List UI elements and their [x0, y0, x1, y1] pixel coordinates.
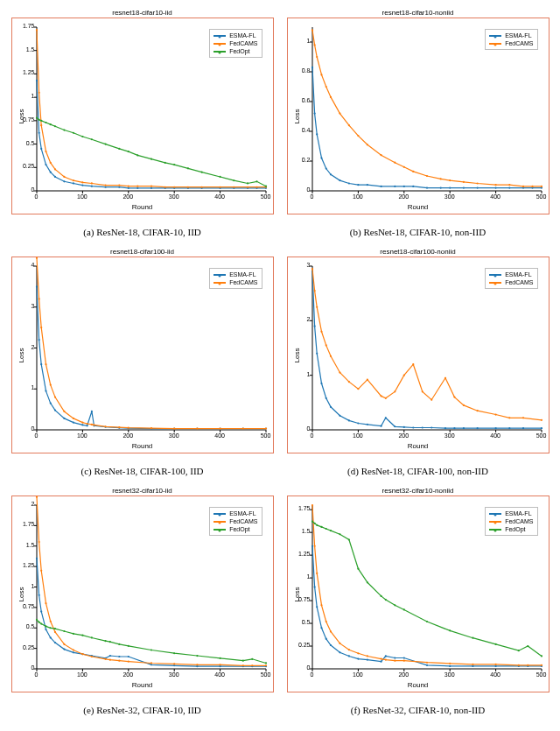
- legend-item-esma: ESMA-FL: [214, 32, 257, 39]
- marker: [72, 421, 74, 423]
- sub-caption: (e) ResNet-32, CIFAR-10, IID: [83, 705, 201, 715]
- marker: [150, 649, 151, 650]
- plot-area: 010020030040050001234RoundLossESMA-FLFed…: [11, 257, 274, 453]
- marker: [256, 180, 257, 182]
- marker: [325, 167, 326, 169]
- marker: [329, 406, 331, 408]
- marker: [173, 427, 175, 429]
- figure-grid: resnet18-cifar10-iid010020030040050000.2…: [0, 0, 560, 719]
- sub-caption: (b) ResNet-18, CIFAR-10, non-IID: [350, 227, 486, 237]
- marker: [164, 186, 165, 188]
- marker: [316, 606, 318, 608]
- marker: [173, 652, 175, 654]
- marker: [90, 138, 92, 140]
- marker: [316, 353, 318, 355]
- legend-swatch: [489, 521, 501, 523]
- xtick: 300: [444, 193, 455, 200]
- marker: [384, 655, 386, 657]
- plot-title: resnet32-cifar10-iid: [11, 487, 274, 495]
- subplot-c: resnet18-cifar100-iid0100200300400500012…: [9, 246, 276, 476]
- marker: [522, 186, 523, 187]
- subplot-f: resnet32-cifar10-noniid01002003004005000…: [284, 485, 551, 715]
- legend-item-esma: ESMA-FL: [489, 32, 533, 39]
- marker: [104, 658, 106, 660]
- marker: [394, 390, 396, 392]
- marker: [357, 422, 359, 424]
- marker: [402, 426, 404, 428]
- marker: [264, 662, 266, 664]
- marker: [104, 184, 106, 186]
- marker: [233, 179, 234, 181]
- ytick: 0.25: [21, 643, 35, 650]
- ytick: 3: [21, 302, 35, 308]
- legend: ESMA-FLFedCAMSFedOpt: [209, 29, 262, 58]
- marker: [494, 664, 496, 665]
- legend: ESMA-FLFedCAMSFedOpt: [485, 507, 537, 536]
- sub-caption: (a) ResNet-18, CIFAR-10, IID: [83, 227, 201, 237]
- marker: [136, 186, 138, 187]
- marker: [219, 427, 220, 429]
- marker: [320, 383, 322, 384]
- marker: [444, 377, 445, 379]
- series-svg: [312, 266, 542, 430]
- marker: [347, 419, 349, 421]
- marker: [219, 186, 220, 188]
- marker: [63, 648, 65, 650]
- xtick: 100: [353, 671, 363, 678]
- marker: [425, 662, 427, 664]
- ytick: 2: [297, 316, 311, 322]
- marker: [251, 658, 253, 660]
- legend-item-fedcams: FedCAMS: [489, 517, 533, 525]
- ytick: 2: [21, 501, 35, 507]
- ytick: 1: [21, 384, 35, 390]
- marker: [412, 426, 414, 428]
- marker: [380, 595, 382, 597]
- marker: [339, 643, 340, 644]
- marker: [316, 524, 318, 526]
- marker: [347, 381, 349, 383]
- marker: [517, 650, 519, 651]
- xtick: 100: [77, 193, 88, 200]
- ytick: 1.75: [297, 505, 311, 511]
- marker: [150, 662, 151, 664]
- legend-swatch: [214, 43, 226, 45]
- marker: [38, 119, 39, 121]
- marker: [384, 599, 386, 601]
- marker: [38, 298, 39, 299]
- marker: [494, 427, 496, 429]
- ytick: 1.5: [21, 46, 35, 52]
- marker: [49, 403, 51, 404]
- marker: [347, 538, 349, 540]
- ytick: 0: [297, 186, 311, 193]
- ylabel: Loss: [17, 109, 24, 123]
- legend-swatch: [489, 274, 501, 276]
- marker: [540, 427, 542, 429]
- marker: [347, 655, 349, 657]
- xtick: 100: [353, 193, 363, 200]
- marker: [136, 154, 138, 156]
- subplot-b: resnet18-cifar10-noniid01002003004005000…: [284, 7, 551, 237]
- marker: [264, 664, 266, 666]
- marker: [40, 327, 42, 328]
- marker: [45, 151, 46, 152]
- marker: [325, 86, 326, 88]
- marker: [329, 530, 331, 531]
- marker: [508, 187, 510, 189]
- marker: [366, 581, 368, 583]
- marker: [72, 179, 74, 181]
- xtick: 0: [35, 432, 38, 439]
- ytick: 0: [297, 425, 311, 432]
- xtick: 200: [122, 432, 133, 439]
- marker: [320, 74, 322, 75]
- marker: [127, 645, 129, 647]
- marker: [72, 651, 74, 653]
- ylabel: Loss: [17, 348, 24, 362]
- marker: [313, 545, 315, 547]
- marker: [242, 664, 243, 666]
- marker: [494, 187, 496, 189]
- legend-swatch: [214, 35, 226, 37]
- ytick: 0.8: [297, 67, 311, 74]
- marker: [108, 641, 110, 643]
- marker: [325, 528, 326, 530]
- marker: [313, 44, 315, 46]
